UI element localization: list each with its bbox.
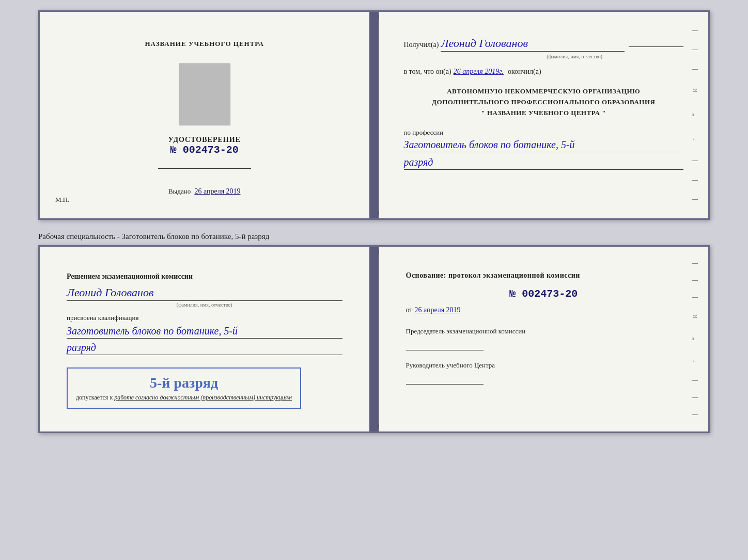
certificate-top: НАЗВАНИЕ УЧЕБНОГО ЦЕНТРА УДОСТОВЕРЕНИЕ №…: [38, 10, 710, 220]
fio-subtitle-top: (фамилия, имя, отчество): [466, 54, 684, 59]
cert-bottom-left-page: Решением экзаменационной комиссии Леонид…: [40, 247, 370, 431]
rukovoditel-block: Руководитель учебного Центра: [406, 361, 682, 385]
vtom-line: в том, что он(а) 26 апреля 2019г. окончи…: [404, 68, 684, 76]
cert-top-right-page: Получил(а) Леонид Голованов (фамилия, им…: [379, 12, 709, 218]
profession-top: Заготовитель блоков по ботанике, 5-й: [404, 139, 684, 152]
ot-label: от: [406, 306, 413, 314]
profession-bottom: Заготовитель блоков по ботанике, 5-й: [67, 325, 342, 339]
prisvoyena-text: присвоена квалификация: [67, 314, 342, 322]
edge-dash-b6: [692, 414, 698, 415]
fio-subtitle-bottom: (фамилия, имя, отчество): [67, 302, 342, 308]
cert-top-center-title: НАЗВАНИЕ УЧЕБНОГО ЦЕНТРА: [145, 40, 264, 48]
vydano-date: 26 апреля 2019: [194, 187, 240, 195]
doc-spine: [369, 12, 379, 218]
rukovoditel-label: Руководитель учебного Центра: [406, 361, 682, 370]
org-line3: " НАЗВАНИЕ УЧЕБНОГО ЦЕНТРА ": [404, 108, 684, 119]
vydano-line: Выдано 26 апреля 2019: [168, 187, 241, 196]
org-block: АВТОНОМНУЮ НЕКОММЕРЧЕСКУЮ ОРГАНИЗАЦИЮ ДО…: [404, 86, 684, 118]
razryad-bottom: разряд: [67, 342, 342, 355]
dopuskaetsya-rest: работе согласно должностным (производств…: [114, 394, 292, 401]
cert-top-left-page: НАЗВАНИЕ УЧЕБНОГО ЦЕНТРА УДОСТОВЕРЕНИЕ №…: [40, 12, 370, 218]
specialty-label: Рабочая специальность - Заготовитель бло…: [38, 228, 710, 245]
predsedatel-signature: [406, 340, 484, 350]
recipient-name-bottom: Леонид Голованов: [67, 286, 342, 301]
poluchil-label: Получил(а): [404, 41, 439, 49]
vtom-date: 26 апреля 2019г.: [454, 68, 504, 76]
cert-top-left-content: НАЗВАНИЕ УЧЕБНОГО ЦЕНТРА УДОСТОВЕРЕНИЕ №…: [54, 24, 355, 206]
udostoverenie-block: УДОСТОВЕРЕНИЕ № 002473-20: [168, 136, 241, 156]
osnovanie-text: Основание: протокол экзаменационной коми…: [406, 271, 682, 280]
okonchil-label: окончил(а): [508, 68, 541, 76]
certificate-bottom: Решением экзаменационной комиссии Леонид…: [38, 245, 710, 433]
cert-top-number: № 002473-20: [168, 144, 241, 156]
cert-top-right-content: Получил(а) Леонид Голованов (фамилия, им…: [394, 24, 694, 206]
org-line1: АВТОНОМНУЮ НЕКОММЕРЧЕСКУЮ ОРГАНИЗАЦИЮ: [404, 86, 684, 97]
resheniem-text: Решением экзаменационной комиссии: [67, 271, 342, 282]
predsedatel-label: Председатель экзаменационной комиссии: [406, 327, 682, 336]
vtom-prefix: в том, что он(а): [404, 68, 451, 76]
edge-dash-b5: [692, 397, 698, 398]
protocol-number: № 002473-20: [406, 288, 682, 300]
doc-spine-bottom: [369, 247, 379, 431]
recipient-name-top: Леонид Голованов: [441, 37, 624, 52]
ot-date-line: от 26 апреля 2019: [406, 306, 682, 314]
org-line2: ДОПОЛНИТЕЛЬНОГО ПРОФЕССИОНАЛЬНОГО ОБРАЗО…: [404, 97, 684, 108]
cert-bottom-left-content: Решением экзаменационной комиссии Леонид…: [54, 259, 355, 419]
photo-placeholder: [179, 63, 230, 125]
stamp-box: 5-й разряд допускается к работе согласно…: [67, 367, 301, 409]
udostoverenie-title: УДОСТОВЕРЕНИЕ: [168, 136, 241, 144]
mp-stamp: М.П.: [55, 196, 69, 204]
dopuskaetsya-text: допускается к работе согласно должностны…: [76, 393, 292, 402]
vydano-label: Выдано: [168, 187, 191, 195]
ot-date: 26 апреля 2019: [414, 306, 460, 314]
po-professii-label: по профессии: [404, 129, 684, 137]
predsedatel-block: Председатель экзаменационной комиссии: [406, 327, 682, 350]
razryad-top: разряд: [404, 156, 684, 170]
cert-bottom-right-content: Основание: протокол экзаменационной коми…: [394, 259, 694, 395]
cert-bottom-right-page: Основание: протокол экзаменационной коми…: [379, 247, 709, 431]
rukovoditel-signature: [406, 374, 484, 385]
poluchil-line: Получил(а) Леонид Голованов: [404, 37, 684, 52]
dopuskaetsya-prefix: допускается к: [76, 394, 113, 401]
stamp-razryad-text: 5-й разряд: [76, 375, 292, 391]
